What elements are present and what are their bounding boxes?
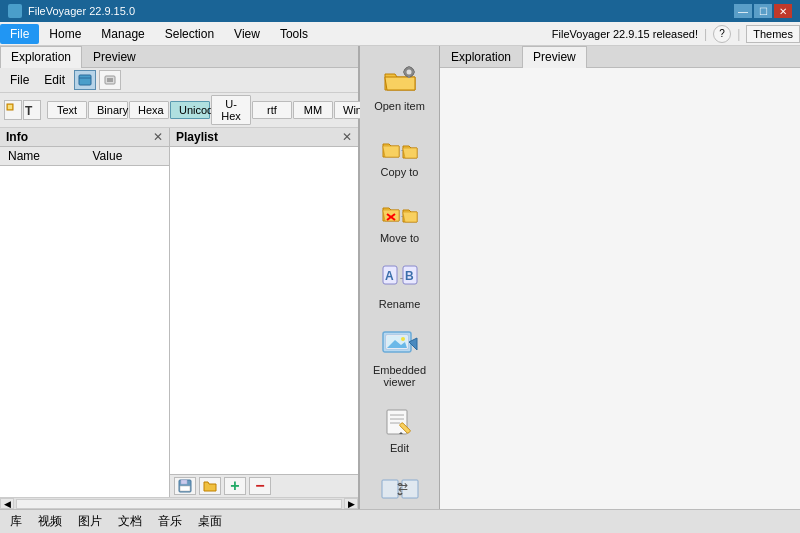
- help-button[interactable]: ?: [713, 25, 731, 43]
- left-tab-bar: Exploration Preview: [0, 46, 358, 68]
- right-tab-bar: Exploration Preview: [440, 46, 800, 68]
- info-close[interactable]: ✕: [153, 130, 163, 144]
- playlist-title: Playlist: [176, 130, 218, 144]
- scroll-left-btn[interactable]: ◀: [0, 498, 14, 509]
- type-btn-mm[interactable]: MM: [293, 101, 333, 119]
- type-btn-text[interactable]: Text: [47, 101, 87, 119]
- info-pane: Info ✕ Name Value: [0, 128, 170, 497]
- svg-rect-37: [382, 480, 398, 498]
- toolbar-btn-2[interactable]: [99, 70, 121, 90]
- taskbar-desktop[interactable]: 桌面: [192, 511, 228, 532]
- playlist-add-btn[interactable]: +: [224, 477, 246, 495]
- edit-icon: [380, 404, 420, 440]
- themes-button[interactable]: Themes: [746, 25, 800, 43]
- right-body: [440, 68, 800, 509]
- toolbar-btn-1[interactable]: [74, 70, 96, 90]
- svg-rect-14: [408, 75, 410, 78]
- file-toolbar: File Edit: [0, 68, 358, 93]
- taskbar: 库 视频 图片 文档 音乐 桌面: [0, 509, 800, 533]
- svg-rect-2: [105, 76, 115, 84]
- svg-rect-13: [408, 66, 410, 69]
- rename-label: Rename: [379, 298, 421, 310]
- svg-rect-0: [79, 75, 91, 85]
- svg-rect-16: [412, 71, 415, 73]
- tab-preview[interactable]: Preview: [82, 46, 147, 67]
- taskbar-video[interactable]: 视频: [32, 511, 68, 532]
- svg-rect-10: [180, 486, 190, 491]
- info-col-value: Value: [85, 147, 170, 165]
- menu-view[interactable]: View: [224, 24, 270, 44]
- svg-point-30: [401, 337, 405, 341]
- svg-rect-15: [403, 71, 406, 73]
- title-bar: FileVoyager 22.9.15.0 — ☐ ✕: [0, 0, 800, 22]
- maximize-button[interactable]: ☐: [754, 4, 772, 18]
- action-copy-to[interactable]: → Copy to: [360, 122, 439, 184]
- h-scrollbar[interactable]: ◀ ▶: [0, 497, 358, 509]
- type-btn-hexa[interactable]: Hexa: [129, 101, 169, 119]
- pane-content: Info ✕ Name Value Playlist ✕: [0, 128, 358, 497]
- left-panel: Exploration Preview File Edit T Text Bin: [0, 46, 360, 509]
- playlist-remove-btn[interactable]: −: [249, 477, 271, 495]
- taskbar-library[interactable]: 库: [4, 511, 28, 532]
- move-to-icon: →: [380, 194, 420, 230]
- tab-exploration[interactable]: Exploration: [0, 46, 82, 68]
- playlist-save-btn[interactable]: [174, 477, 196, 495]
- menu-tools[interactable]: Tools: [270, 24, 318, 44]
- embedded-viewer-label: Embedded viewer: [364, 364, 435, 388]
- release-label: FileVoyager 22.9.15 released!: [552, 28, 698, 40]
- menu-home[interactable]: Home: [39, 24, 91, 44]
- svg-rect-9: [181, 480, 187, 484]
- svg-text:A: A: [385, 269, 394, 283]
- action-invert-panes[interactable]: ⇄ Invert panes: [360, 464, 439, 509]
- playlist-header: Playlist ✕: [170, 128, 358, 147]
- type-icon-2[interactable]: T: [23, 100, 41, 120]
- info-col-name: Name: [0, 147, 85, 165]
- embedded-viewer-icon: [380, 326, 420, 362]
- playlist-footer: + −: [170, 474, 358, 497]
- scroll-track[interactable]: [16, 499, 342, 509]
- scroll-right-btn[interactable]: ▶: [344, 498, 358, 509]
- app-icon: [8, 4, 22, 18]
- playlist-folder-btn[interactable]: [199, 477, 221, 495]
- taskbar-documents[interactable]: 文档: [112, 511, 148, 532]
- file-menu-file[interactable]: File: [4, 72, 35, 88]
- type-btn-rtf[interactable]: rtf: [252, 101, 292, 119]
- playlist-body: [170, 147, 358, 474]
- separator-bar: |: [704, 27, 707, 41]
- copy-to-label: Copy to: [381, 166, 419, 178]
- svg-text:⇄: ⇄: [398, 480, 408, 494]
- info-body: [0, 166, 169, 497]
- svg-text:T: T: [25, 104, 33, 118]
- info-columns: Name Value: [0, 147, 169, 166]
- rename-icon: A → B: [380, 260, 420, 296]
- playlist-pane: Playlist ✕ + −: [170, 128, 358, 497]
- type-btn-binary[interactable]: Binary: [88, 101, 128, 119]
- right-tab-preview[interactable]: Preview: [522, 46, 587, 68]
- invert-panes-icon: ⇄: [380, 470, 420, 506]
- action-move-to[interactable]: → Move to: [360, 188, 439, 250]
- minimize-button[interactable]: —: [734, 4, 752, 18]
- type-toolbar: T Text Binary Hexa Unicode U-Hex rtf MM …: [0, 93, 358, 128]
- file-menu-edit[interactable]: Edit: [38, 72, 71, 88]
- menu-selection[interactable]: Selection: [155, 24, 224, 44]
- type-icon-1[interactable]: [4, 100, 22, 120]
- type-btn-unicode[interactable]: Unicode: [170, 101, 210, 119]
- action-edit[interactable]: Edit: [360, 398, 439, 460]
- menu-file[interactable]: File: [0, 24, 39, 44]
- action-open-item[interactable]: Open item: [360, 56, 439, 118]
- close-button[interactable]: ✕: [774, 4, 792, 18]
- type-btn-uhex[interactable]: U-Hex: [211, 95, 251, 125]
- svg-point-12: [406, 70, 411, 75]
- menu-manage[interactable]: Manage: [91, 24, 154, 44]
- move-to-label: Move to: [380, 232, 419, 244]
- right-tab-exploration[interactable]: Exploration: [440, 46, 522, 67]
- action-embedded-viewer[interactable]: Embedded viewer: [360, 320, 439, 394]
- info-header: Info ✕: [0, 128, 169, 147]
- svg-rect-6: [8, 105, 12, 109]
- playlist-close[interactable]: ✕: [342, 130, 352, 144]
- action-rename[interactable]: A → B Rename: [360, 254, 439, 316]
- taskbar-music[interactable]: 音乐: [152, 511, 188, 532]
- open-item-label: Open item: [374, 100, 425, 112]
- menu-bar: File Home Manage Selection View Tools Fi…: [0, 22, 800, 46]
- taskbar-pictures[interactable]: 图片: [72, 511, 108, 532]
